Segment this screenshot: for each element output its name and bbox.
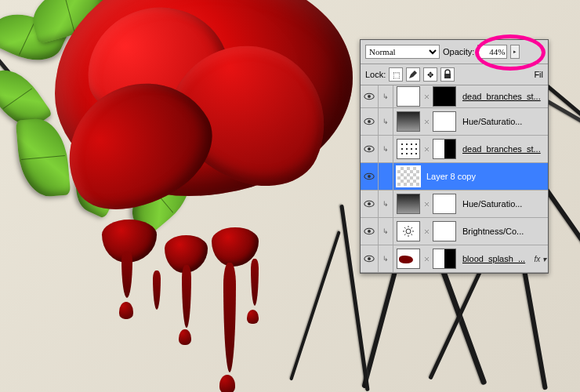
- layer-thumbs: ྾: [393, 249, 459, 269]
- blend-mode-select[interactable]: Normal: [365, 45, 440, 59]
- layer-indent: ↳: [379, 85, 393, 110]
- lock-move-icon[interactable]: ✥: [423, 67, 437, 82]
- svg-rect-0: [444, 74, 451, 78]
- blood-drop: [247, 310, 259, 324]
- layer-row[interactable]: ↳྾dead_branches_st...: [361, 85, 548, 108]
- layer-fx-badge[interactable]: fx ▾: [534, 255, 548, 263]
- layer-name[interactable]: dead_branches_st...: [459, 92, 548, 101]
- layer-thumbnail[interactable]: [397, 111, 420, 132]
- layer-thumbs: ྾: [393, 194, 459, 214]
- blood-drip: [251, 259, 259, 306]
- layer-mask-thumbnail[interactable]: [433, 221, 456, 241]
- layer-thumbnail[interactable]: [397, 86, 420, 107]
- layer-thumbnail[interactable]: [397, 166, 420, 187]
- layer-name[interactable]: dead_branches_st...: [459, 144, 548, 154]
- link-icon[interactable]: ྾: [423, 118, 430, 126]
- layer-mask-thumbnail[interactable]: [433, 194, 456, 214]
- visibility-eye-icon[interactable]: [361, 218, 379, 245]
- visibility-eye-icon[interactable]: [361, 245, 379, 272]
- svg-point-13: [406, 229, 411, 234]
- svg-line-21: [404, 234, 406, 236]
- blood-drip: [121, 251, 132, 298]
- link-icon[interactable]: ྾: [423, 227, 430, 236]
- fill-label: Fil: [534, 70, 543, 79]
- blood-drop: [179, 329, 191, 345]
- blood-drip: [182, 265, 191, 328]
- link-icon[interactable]: ྾: [423, 145, 430, 154]
- layer-thumbnail[interactable]: [397, 221, 420, 241]
- svg-point-6: [368, 147, 371, 151]
- svg-line-18: [404, 227, 406, 229]
- layer-name[interactable]: blood_splash_...: [459, 254, 534, 263]
- svg-point-12: [368, 230, 371, 233]
- svg-point-4: [368, 120, 371, 123]
- layer-row[interactable]: Layer 8 copy: [361, 163, 548, 191]
- layer-mask-thumbnail[interactable]: [433, 111, 456, 132]
- svg-point-2: [368, 95, 371, 98]
- link-icon[interactable]: ྾: [423, 200, 430, 209]
- layer-name[interactable]: Brightness/Co...: [459, 227, 548, 236]
- branch: [289, 230, 341, 380]
- panel-top-row: Normal Opacity: 44% ▸: [361, 40, 548, 64]
- layer-mask-thumbnail[interactable]: [433, 249, 456, 269]
- layer-thumbnail[interactable]: [397, 139, 420, 159]
- blood-drip: [153, 270, 161, 310]
- layer-row[interactable]: ↳྾Hue/Saturatio...: [361, 191, 548, 218]
- link-icon[interactable]: ྾: [423, 93, 430, 101]
- svg-line-20: [411, 227, 413, 229]
- layer-thumbs: ྾: [393, 111, 459, 132]
- lock-label: Lock:: [365, 70, 386, 79]
- layer-mask-thumbnail[interactable]: [433, 139, 456, 159]
- blood-drip: [223, 263, 236, 372]
- layer-thumbs: ྾: [393, 86, 459, 107]
- lock-all-icon[interactable]: [440, 67, 455, 82]
- visibility-eye-icon[interactable]: [361, 163, 379, 190]
- layers-list: ↳྾dead_branches_st...↳྾Hue/Saturatio...↳…: [361, 85, 548, 273]
- layer-indent: [379, 163, 393, 190]
- layer-thumbs: ྾: [393, 221, 459, 241]
- svg-line-19: [411, 234, 413, 236]
- svg-point-8: [368, 175, 371, 178]
- opacity-flyout-button[interactable]: ▸: [510, 45, 520, 59]
- layer-mask-thumbnail[interactable]: [433, 86, 456, 107]
- layer-thumbnail[interactable]: [397, 249, 420, 269]
- visibility-eye-icon[interactable]: [361, 136, 379, 162]
- layer-name[interactable]: Hue/Saturatio...: [459, 199, 548, 209]
- lock-transparent-icon[interactable]: ⬚: [389, 67, 403, 82]
- layer-indent: ↳: [379, 245, 393, 272]
- link-icon[interactable]: ྾: [423, 255, 430, 263]
- layer-row[interactable]: ↳྾blood_splash_...fx ▾: [361, 245, 548, 273]
- visibility-eye-icon[interactable]: [361, 191, 379, 217]
- lock-brush-icon[interactable]: [406, 67, 420, 82]
- visibility-eye-icon[interactable]: [361, 108, 379, 135]
- blood-drop: [119, 302, 133, 319]
- layer-indent: ↳: [379, 108, 393, 135]
- layer-thumbs: ྾: [393, 139, 459, 159]
- layer-thumbnail[interactable]: [397, 194, 420, 214]
- opacity-label: Opacity:: [443, 47, 474, 56]
- layer-row[interactable]: ↳྾Brightness/Co...: [361, 218, 548, 245]
- blood-drop: [219, 375, 235, 392]
- opacity-value[interactable]: 44%: [477, 45, 507, 59]
- layer-name[interactable]: Layer 8 copy: [423, 172, 548, 181]
- layer-indent: ↳: [379, 136, 393, 162]
- layer-indent: ↳: [379, 191, 393, 217]
- layer-name[interactable]: Hue/Saturatio...: [459, 117, 548, 126]
- layer-row[interactable]: ↳྾dead_branches_st...: [361, 136, 548, 163]
- layer-thumbs: [393, 166, 423, 187]
- lock-row: Lock: ⬚ ✥ Fil: [361, 64, 548, 85]
- svg-point-23: [368, 257, 371, 260]
- svg-point-10: [368, 202, 371, 205]
- layer-row[interactable]: ↳྾Hue/Saturatio...: [361, 108, 548, 136]
- layer-indent: ↳: [379, 218, 393, 245]
- visibility-eye-icon[interactable]: [361, 85, 379, 110]
- layers-panel: Normal Opacity: 44% ▸ Lock: ⬚ ✥ Fil ↳྾de…: [360, 39, 549, 274]
